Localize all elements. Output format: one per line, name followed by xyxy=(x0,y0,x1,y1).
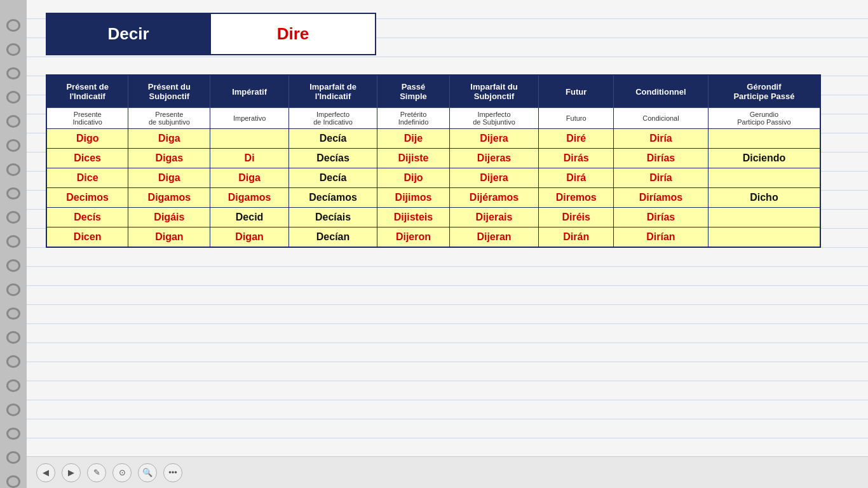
cell-0-2 xyxy=(210,129,288,149)
cell-1-6: Dirás xyxy=(539,149,614,168)
cell-0-4: Dije xyxy=(377,129,449,149)
cell-3-0: Decimos xyxy=(46,188,128,208)
cell-0-6: Diré xyxy=(539,129,614,149)
binder-ring xyxy=(6,67,20,80)
subtitle-col-5: Imperfectode Subjuntivo xyxy=(449,108,539,129)
header-col-3: Imparfait del'Indicatif xyxy=(288,75,377,108)
cell-4-0: Decís xyxy=(46,208,128,227)
table-row: DicenDiganDiganDecíanDijeronDijeranDirán… xyxy=(46,227,820,248)
cell-3-4: Dijimos xyxy=(377,188,449,208)
cell-1-0: Dices xyxy=(46,149,128,168)
cell-2-1: Diga xyxy=(128,168,210,188)
binder-ring xyxy=(6,451,20,464)
cell-2-7: Diría xyxy=(614,168,709,188)
cell-5-3: Decían xyxy=(288,227,377,248)
subtitle-col-4: PretéritoIndefinido xyxy=(377,108,449,129)
toolbar-btn-3[interactable]: ⊙ xyxy=(112,463,132,482)
conjugation-table: Présent del'IndicatifPrésent duSubjoncti… xyxy=(46,74,821,248)
subtitle-col-0: PresenteIndicativo xyxy=(46,108,128,129)
cell-4-8 xyxy=(708,208,820,227)
table-row: DigoDigaDecíaDijeDijeraDiréDiría xyxy=(46,129,820,149)
cell-3-8: Dicho xyxy=(708,188,820,208)
cell-1-2: Di xyxy=(210,149,288,168)
cell-5-5: Dijeran xyxy=(449,227,539,248)
header-col-8: GérondifParticipe Passé xyxy=(708,75,820,108)
cell-4-7: Dirías xyxy=(614,208,709,227)
binder-ring xyxy=(6,355,20,368)
toolbar: ◀▶✎⊙🔍••• xyxy=(27,456,868,488)
subtitle-row: PresenteIndicativoPresentede subjuntivoI… xyxy=(46,108,820,129)
table-row: DecísDigáisDecidDecíaisDijisteisDijerais… xyxy=(46,208,820,227)
cell-0-3: Decía xyxy=(288,129,377,149)
binder-ring xyxy=(6,187,20,200)
cell-1-1: Digas xyxy=(128,149,210,168)
cell-4-3: Decíais xyxy=(288,208,377,227)
subtitle-col-3: Imperfectode Indicativo xyxy=(288,108,377,129)
subtitle-col-2: Imperativo xyxy=(210,108,288,129)
cell-4-5: Dijerais xyxy=(449,208,539,227)
cell-3-1: Digamos xyxy=(128,188,210,208)
binder-ring xyxy=(6,139,20,152)
toolbar-btn-0[interactable]: ◀ xyxy=(36,463,55,482)
cell-5-4: Dijeron xyxy=(377,227,449,248)
cell-0-0: Digo xyxy=(46,129,128,149)
header-col-2: Impératif xyxy=(210,75,288,108)
binder-ring xyxy=(6,379,20,392)
header-col-1: Présent duSubjonctif xyxy=(128,75,210,108)
cell-4-6: Diréis xyxy=(539,208,614,227)
title-container: Decir Dire xyxy=(46,13,376,55)
binder-ring xyxy=(6,428,20,440)
subtitle-col-6: Futuro xyxy=(539,108,614,129)
binder-ring xyxy=(6,211,20,224)
header-col-0: Présent del'Indicatif xyxy=(46,75,128,108)
cell-0-8 xyxy=(708,129,820,149)
binder-ring xyxy=(6,91,20,104)
cell-2-8 xyxy=(708,168,820,188)
binder-ring xyxy=(6,283,20,296)
binder-ring xyxy=(6,43,20,56)
toolbar-btn-2[interactable]: ✎ xyxy=(87,463,106,482)
cell-2-0: Dice xyxy=(46,168,128,188)
binder-ring xyxy=(6,308,20,320)
header-col-6: Futur xyxy=(539,75,614,108)
toolbar-btn-1[interactable]: ▶ xyxy=(62,463,81,482)
toolbar-btn-4[interactable]: 🔍 xyxy=(138,463,157,482)
cell-1-7: Dirías xyxy=(614,149,709,168)
page: Decir Dire Présent del'IndicatifPrésent … xyxy=(27,0,868,488)
header-col-7: Conditionnel xyxy=(614,75,709,108)
cell-3-2: Digamos xyxy=(210,188,288,208)
table-row: DecimosDigamosDigamosDecíamosDijimosDijé… xyxy=(46,188,820,208)
cell-5-0: Dicen xyxy=(46,227,128,248)
cell-1-4: Dijiste xyxy=(377,149,449,168)
cell-1-8: Diciendo xyxy=(708,149,820,168)
binder-ring xyxy=(6,115,20,128)
cell-5-2: Digan xyxy=(210,227,288,248)
cell-5-8 xyxy=(708,227,820,248)
subtitle-col-8: GerundioParticipo Passivo xyxy=(708,108,820,129)
binder-ring xyxy=(6,403,20,416)
title-spanish: Decir xyxy=(46,13,211,55)
cell-5-1: Digan xyxy=(128,227,210,248)
cell-3-3: Decíamos xyxy=(288,188,377,208)
binder-ring xyxy=(6,331,20,344)
cell-0-1: Diga xyxy=(128,129,210,149)
binder-ring xyxy=(6,163,20,176)
table-row: DiceDigaDigaDecíaDijoDijeraDiráDiría xyxy=(46,168,820,188)
cell-4-1: Digáis xyxy=(128,208,210,227)
binder-ring xyxy=(6,235,20,248)
cell-0-7: Diría xyxy=(614,129,709,149)
cell-5-7: Dirían xyxy=(614,227,709,248)
header-row: Présent del'IndicatifPrésent duSubjoncti… xyxy=(46,75,820,108)
toolbar-btn-5[interactable]: ••• xyxy=(163,463,182,482)
subtitle-col-7: Condicional xyxy=(614,108,709,129)
binder-ring xyxy=(6,475,20,488)
cell-1-3: Decías xyxy=(288,149,377,168)
cell-3-5: Dijéramos xyxy=(449,188,539,208)
cell-2-3: Decía xyxy=(288,168,377,188)
binder-ring xyxy=(6,19,20,32)
cell-2-2: Diga xyxy=(210,168,288,188)
cell-3-6: Diremos xyxy=(539,188,614,208)
cell-2-6: Dirá xyxy=(539,168,614,188)
binder-ring xyxy=(6,259,20,272)
header-col-4: PasséSimple xyxy=(377,75,449,108)
